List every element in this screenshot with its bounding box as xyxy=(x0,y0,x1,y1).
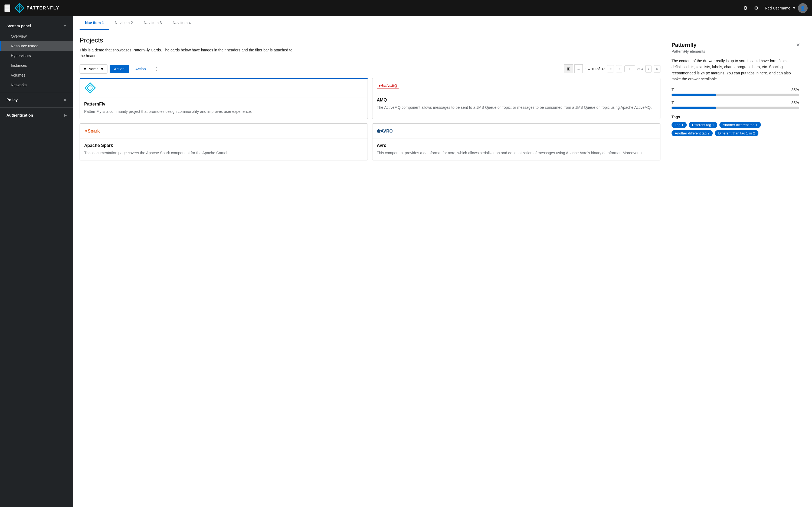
progress-title-2: Title xyxy=(671,101,679,105)
progress-title-1: Title xyxy=(671,88,679,92)
toolbar: ▼ Name ▼ Action Action ⋮ ⊞ xyxy=(79,64,660,73)
tag-5: Different than tag 1 or 2 xyxy=(715,130,758,136)
card-spark-title: Apache Spark xyxy=(84,143,363,148)
card-patternfly-logo xyxy=(84,83,96,93)
hamburger-menu-button[interactable]: ☰ xyxy=(4,4,10,12)
progress-percent-2: 35% xyxy=(792,101,799,105)
grid-view-button[interactable]: ⊞ xyxy=(564,64,573,73)
kebab-icon: ⋮ xyxy=(155,66,159,71)
app-layout: System panel ▼ Overview Resource usage H… xyxy=(0,16,812,507)
settings-icon-button-1[interactable]: ⚙ xyxy=(741,3,750,13)
sidebar-group-authentication-chevron-right-icon: ▶ xyxy=(64,113,67,117)
tag-4: Another different tag 2 xyxy=(671,130,713,136)
detail-drawer: ✕ Patternfly PatternFly elements The con… xyxy=(665,37,806,160)
sidebar-divider-2 xyxy=(0,107,73,108)
card-spark-logo: ✦Spark xyxy=(84,128,100,134)
sidebar-group-policy[interactable]: Policy ▶ xyxy=(0,95,73,105)
filter-name-button[interactable]: ▼ Name ▼ xyxy=(79,64,107,73)
sidebar-item-instances[interactable]: Instances xyxy=(0,61,73,70)
avro-logo-icon: ⬟AVRO xyxy=(377,128,393,134)
gear-icon-1: ⚙ xyxy=(743,5,748,11)
progress-bar-fill-1 xyxy=(671,94,716,96)
card-avro[interactable]: ⬟AVRO Avro This component provides a dat… xyxy=(372,123,660,160)
progress-bar-bg-2 xyxy=(671,107,799,109)
prev-page-icon: ‹ xyxy=(618,67,619,71)
prev-page-button[interactable]: ‹ xyxy=(616,65,622,72)
tags-section: Tags Tag 1 Different tag 1 Another diffe… xyxy=(671,115,799,136)
last-page-button[interactable]: » xyxy=(654,65,660,72)
logo-link[interactable]: PATTERNFLY xyxy=(15,3,60,13)
action-link-button[interactable]: Action xyxy=(131,65,150,73)
card-patternfly-title: PatternFly xyxy=(84,102,363,107)
card-avro-logo: ⬟AVRO xyxy=(377,128,393,134)
close-icon: ✕ xyxy=(796,42,800,48)
progress-label-2: Title 35% xyxy=(671,101,799,105)
tags-list: Tag 1 Different tag 1 Another different … xyxy=(671,122,799,136)
top-nav-icons: ⚙ ⚙ xyxy=(741,3,761,13)
list-view-button[interactable]: ≡ xyxy=(574,64,583,73)
gear-icon-2: ⚙ xyxy=(754,5,758,11)
card-amq[interactable]: ●ActiveMQ AMQ The ActiveMQ component all… xyxy=(372,78,660,119)
username-label: Ned Username xyxy=(765,6,790,10)
settings-icon-button-2[interactable]: ⚙ xyxy=(752,3,761,13)
card-avro-title: Avro xyxy=(377,143,656,148)
progress-label-1: Title 35% xyxy=(671,88,799,92)
card-patternfly[interactable]: PatternFly PatternFly is a community pro… xyxy=(79,78,368,119)
next-page-button[interactable]: › xyxy=(645,65,651,72)
tab-nav-item-1[interactable]: Nav item 1 xyxy=(79,16,109,30)
sidebar-group-label-policy: Policy xyxy=(6,98,17,102)
cards-grid: PatternFly PatternFly is a community pro… xyxy=(79,78,660,160)
sidebar-group-authentication[interactable]: Authentication ▶ xyxy=(0,110,73,121)
progress-bar-bg-1 xyxy=(671,94,799,96)
progress-section-2: Title 35% xyxy=(671,101,799,109)
sidebar-item-volumes[interactable]: Volumes xyxy=(0,70,73,80)
spark-logo-icon: ✦Spark xyxy=(84,128,100,134)
top-navigation: ☰ PATTERNFLY ⚙ ⚙ Ned Username ▼ 👤 xyxy=(0,0,812,16)
pagination-controls: 1 – 10 of 37 « ‹ of 4 › » xyxy=(585,65,660,72)
sidebar-group-policy-chevron-right-icon: ▶ xyxy=(64,98,67,102)
card-amq-logo: ●ActiveMQ xyxy=(377,83,399,89)
page-number-input[interactable] xyxy=(625,65,635,72)
tab-nav-item-4[interactable]: Nav item 4 xyxy=(167,16,196,30)
last-page-icon: » xyxy=(656,67,658,71)
amq-logo-icon: ●ActiveMQ xyxy=(377,83,399,89)
page-tabs: Nav item 1 Nav item 2 Nav item 3 Nav ite… xyxy=(73,16,812,30)
sidebar-item-resource-usage[interactable]: Resource usage xyxy=(0,41,73,51)
logo-text: PATTERNFLY xyxy=(26,6,60,10)
sidebar-item-overview[interactable]: Overview xyxy=(0,32,73,41)
page-title: Projects xyxy=(79,37,660,44)
drawer-subtitle: PatternFly elements xyxy=(671,49,799,54)
card-avro-text: This component provides a dataformat for… xyxy=(377,150,656,156)
patternfly-card-logo-icon xyxy=(84,82,96,94)
user-dropdown-arrow-icon: ▼ xyxy=(793,6,796,10)
page-content-area: Projects This is a demo that showcases P… xyxy=(73,30,812,167)
user-menu[interactable]: Ned Username ▼ 👤 xyxy=(765,3,808,13)
tab-nav-item-2[interactable]: Nav item 2 xyxy=(109,16,138,30)
drawer-close-button[interactable]: ✕ xyxy=(795,41,801,49)
card-spark-body: Apache Spark This documentation page cov… xyxy=(80,139,368,160)
drawer-title: Patternfly xyxy=(671,42,799,48)
sidebar-item-networks[interactable]: Networks xyxy=(0,80,73,90)
card-spark[interactable]: ✦Spark Apache Spark This documentation p… xyxy=(79,123,368,160)
list-icon: ≡ xyxy=(577,66,580,71)
tab-nav-item-3[interactable]: Nav item 3 xyxy=(138,16,167,30)
card-patternfly-text: PatternFly is a community project that p… xyxy=(84,109,363,114)
avatar-icon: 👤 xyxy=(800,6,806,11)
action-primary-button[interactable]: Action xyxy=(110,65,129,73)
sidebar-group-system-panel[interactable]: System panel ▼ xyxy=(0,20,73,32)
card-spark-text: This documentation page covers the Apach… xyxy=(84,150,363,156)
tag-2: Different tag 1 xyxy=(689,122,717,128)
kebab-menu-button[interactable]: ⋮ xyxy=(152,64,161,73)
tag-1: Tag 1 xyxy=(671,122,687,128)
sidebar-item-hypervisors[interactable]: Hypervisors xyxy=(0,51,73,61)
sidebar-group-label-system-panel: System panel xyxy=(6,24,31,28)
first-page-button[interactable]: « xyxy=(607,65,614,72)
sidebar-group-chevron-down-icon: ▼ xyxy=(63,24,67,28)
card-avro-body: Avro This component provides a dataforma… xyxy=(372,139,660,160)
card-avro-header: ⬟AVRO xyxy=(372,124,660,139)
sidebar-group-label-authentication: Authentication xyxy=(6,113,33,117)
patternfly-logo-icon xyxy=(15,3,24,13)
filter-dropdown-icon: ▼ xyxy=(100,67,104,71)
card-patternfly-header xyxy=(80,79,368,97)
progress-bar-fill-2 xyxy=(671,107,716,109)
